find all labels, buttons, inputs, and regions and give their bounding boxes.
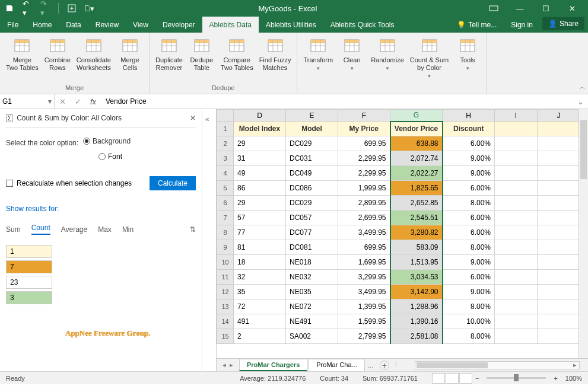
cell[interactable]: 6.00% [443, 225, 495, 240]
row-header[interactable]: 2 [217, 136, 234, 151]
cell[interactable]: DC086 [286, 181, 338, 196]
table-header-cell[interactable]: My Price [338, 122, 390, 136]
cell[interactable]: 1,513.95 [390, 255, 443, 270]
tab-home[interactable]: Home [26, 17, 59, 33]
cell[interactable]: 49 [234, 166, 286, 181]
cell[interactable]: 3,499.95 [338, 285, 390, 299]
cell[interactable]: 1,999.95 [338, 181, 390, 196]
ribbon-dedupe-table[interactable]: DedupeTable [186, 35, 217, 83]
cell[interactable]: 2,299.95 [338, 151, 390, 166]
sheet-tab[interactable]: ProMar Cha... [309, 359, 364, 371]
cell[interactable]: DC029 [286, 196, 338, 211]
ribbon-randomize[interactable]: Randomize▼ [368, 35, 406, 90]
collapse-ribbon-icon[interactable]: ︿ [579, 82, 586, 91]
cell[interactable]: 1,399.95 [338, 299, 390, 314]
pane-collapse-icon[interactable]: « [202, 115, 209, 123]
cell[interactable]: 29 [234, 136, 286, 151]
cell[interactable]: 1,825.65 [390, 181, 443, 196]
row-header[interactable]: 3 [217, 151, 234, 166]
cell[interactable]: 3,499.95 [338, 225, 390, 240]
cell[interactable]: 2 [234, 329, 286, 344]
cell[interactable]: 9.00% [443, 255, 495, 270]
cell[interactable]: NE018 [286, 255, 338, 270]
radio-font[interactable]: Font [98, 152, 196, 161]
ribbon-find-fuzzy-matches[interactable]: Find FuzzyMatches [257, 35, 294, 83]
ribbon-merge-two-tables[interactable]: MergeTwo Tables [4, 35, 41, 83]
zoom-slider[interactable] [487, 377, 546, 379]
calculate-button[interactable]: Calculate [150, 176, 196, 190]
cell[interactable]: 1,390.16 [390, 314, 443, 329]
cell[interactable]: 2,022.27 [390, 166, 443, 181]
cell[interactable]: 2,545.51 [390, 211, 443, 225]
color-result-row[interactable]: 3 [6, 291, 196, 305]
row-header[interactable]: 5 [217, 181, 234, 196]
cell[interactable]: 72 [234, 299, 286, 314]
sheet-nav-next-icon[interactable]: ▸ [230, 361, 233, 369]
cell[interactable]: 2,581.08 [390, 329, 443, 344]
cell[interactable]: SA002 [286, 329, 338, 344]
cell[interactable]: 699.95 [338, 136, 390, 151]
radio-background[interactable]: Background [83, 137, 131, 145]
color-result-row[interactable]: 1 [6, 244, 196, 259]
metric-tab-average[interactable]: Average [61, 225, 87, 234]
cell[interactable]: NE072 [286, 299, 338, 314]
cell[interactable]: 2,799.95 [338, 329, 390, 344]
tab-file[interactable]: File [0, 17, 26, 33]
name-box[interactable]: ▾ [0, 94, 55, 109]
expand-formula-icon[interactable]: ⌄ [573, 94, 588, 109]
ribbon-merge-cells[interactable]: MergeCells [115, 35, 145, 83]
cell[interactable]: DC077 [286, 225, 338, 240]
row-header[interactable]: 13 [217, 299, 234, 314]
cancel-formula-icon[interactable]: ✕ [55, 94, 70, 109]
cell[interactable]: 18 [234, 255, 286, 270]
cell[interactable]: 10.00% [443, 314, 495, 329]
cell[interactable]: 77 [234, 225, 286, 240]
row-header[interactable]: 4 [217, 166, 234, 181]
cell[interactable]: 3,280.82 [390, 225, 443, 240]
tab-data[interactable]: Data [59, 17, 88, 33]
cell[interactable]: DC081 [286, 240, 338, 255]
cell[interactable]: 6.00% [443, 211, 495, 225]
cell[interactable]: 31 [234, 151, 286, 166]
color-result-row[interactable]: 7 [6, 260, 196, 274]
tell-me[interactable]: 💡Tell me... [450, 17, 504, 33]
cell[interactable]: 2,699.95 [338, 211, 390, 225]
tab-ablebits-utilities[interactable]: Ablebits Utilities [259, 17, 323, 33]
sort-icon[interactable]: ⇅ [190, 225, 196, 234]
cell[interactable]: 8.00% [443, 240, 495, 255]
sign-in[interactable]: Sign in [504, 17, 540, 33]
cell[interactable]: NE035 [286, 285, 338, 299]
row-header[interactable]: 14 [217, 314, 234, 329]
zoom-level[interactable]: 100% [561, 375, 582, 382]
cell[interactable]: NE032 [286, 270, 338, 285]
cell[interactable]: 32 [234, 270, 286, 285]
color-result-row[interactable]: 23 [6, 275, 196, 289]
row-header[interactable]: 8 [217, 225, 234, 240]
col-header-G[interactable]: G [390, 110, 443, 122]
new-doc-icon[interactable]: ▾ [85, 4, 94, 13]
metric-tab-sum[interactable]: Sum [6, 225, 21, 234]
cell[interactable]: DC049 [286, 166, 338, 181]
cell[interactable]: 8.00% [443, 329, 495, 344]
tab-ablebits-data[interactable]: Ablebits Data [202, 17, 259, 33]
ribbon-consolidate-worksheets[interactable]: ConsolidateWorksheets [74, 35, 113, 83]
col-header-J[interactable]: J [538, 110, 580, 122]
zoom-out-icon[interactable]: − [473, 375, 481, 382]
cell[interactable]: 1,699.95 [338, 255, 390, 270]
col-header-E[interactable]: E [286, 110, 338, 122]
cell[interactable]: 2,899.95 [338, 196, 390, 211]
view-page-layout-icon[interactable] [446, 373, 459, 384]
recalc-checkbox[interactable] [6, 180, 13, 187]
cell[interactable]: DC031 [286, 151, 338, 166]
cell[interactable]: 35 [234, 285, 286, 299]
cell[interactable]: NE491 [286, 314, 338, 329]
cell[interactable]: 2,072.74 [390, 151, 443, 166]
confirm-formula-icon[interactable]: ✓ [70, 94, 85, 109]
save-icon[interactable] [5, 4, 14, 13]
cell[interactable]: 699.95 [338, 240, 390, 255]
ribbon-compare-two-tables[interactable]: CompareTwo Tables [218, 35, 256, 83]
cell[interactable]: 3,299.95 [338, 270, 390, 285]
ribbon-count-sum-by-color[interactable]: Count & Sumby Color▼ [408, 35, 451, 90]
cell[interactable]: 1,599.95 [338, 314, 390, 329]
cell[interactable]: 583.09 [390, 240, 443, 255]
